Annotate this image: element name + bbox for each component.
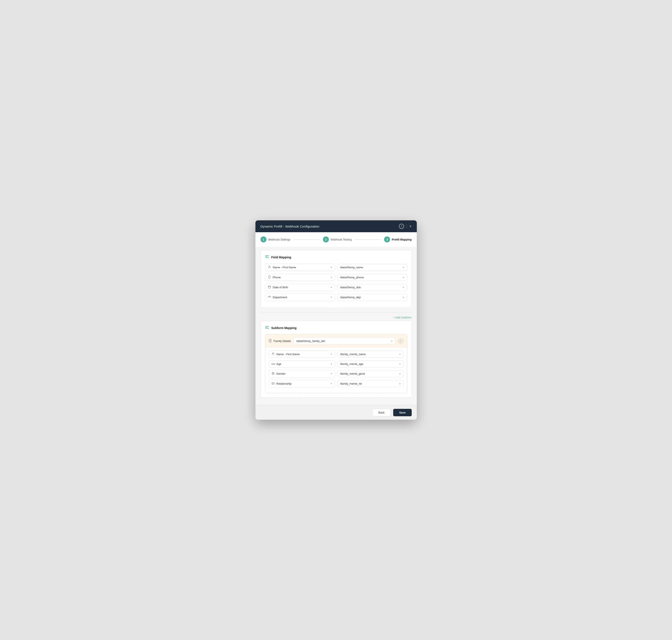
mapping-row-name: Name - First Name ▾ /data/0/emp_name × [265,264,407,271]
mapping-row-dob: Date of Birth ▾ /data/0/emp_dob × [265,283,407,291]
field-mapping-header: Field Mapping [265,254,407,260]
subform-field-label-relationship: Relationship [276,382,292,385]
subform-field-select-name[interactable]: Name - First Name ▾ [269,350,335,358]
close-button[interactable]: × [409,224,412,228]
field-value-dob[interactable]: /data/0/emp_dob × [338,284,407,291]
field-value-name[interactable]: /data/0/emp_name × [338,264,407,271]
subform-container: Family Details /data/0/emp_family_det × … [265,334,407,393]
field-select-phone[interactable]: Phone ▾ [265,274,335,281]
chevron-name: ▾ [331,266,332,269]
clear-dept[interactable]: × [403,296,404,299]
clear-name[interactable]: × [403,266,404,269]
field-select-dept[interactable]: Department ▾ [265,294,335,301]
step-1[interactable]: 1 Webhook Settings [260,236,290,243]
clear-subform-path[interactable]: × [391,340,392,343]
subform-title-row: Family Details /data/0/emp_family_det × … [265,335,407,348]
svg-point-9 [272,373,273,374]
field-label-name: Name - First Name [273,266,296,269]
subform-field-path-age: /family_memb_age [340,362,363,365]
field-select-dob[interactable]: Date of Birth ▾ [265,283,335,291]
clear-phone[interactable]: × [403,276,404,279]
subform-field-select-gender[interactable]: Gender ▾ [269,370,335,377]
phone-icon [268,276,271,279]
chevron-phone: ▾ [331,276,332,279]
dropdown-icon [271,382,275,386]
chevron-dept: ▾ [331,296,332,299]
svg-rect-3 [268,286,271,288]
subform-field-value-gender[interactable]: /family_memb_gend × [338,370,404,377]
field-path-name: /data/0/emp_name [340,266,363,269]
subform-chevron-age: ▾ [331,363,332,365]
subform-path-input[interactable]: /data/0/emp_family_det × [294,337,395,345]
field-path-phone: /data/0/emp_phone [340,276,364,279]
subform-field-value-age[interactable]: /family_memb_age × [338,361,404,367]
subform-header-row: + Add Subform [260,316,412,319]
subform-clear-name[interactable]: × [399,353,401,356]
subform-clear-gender[interactable]: × [399,372,401,375]
subform-chevron-relationship: ▾ [331,382,332,385]
subform-mapping-header: Subform Mapping [265,325,407,331]
modal-footer: Back Save [255,405,417,420]
field-value-dept[interactable]: /data/0/emp_dep × [338,294,407,301]
field-mapping-title: Field Mapping [271,256,291,259]
subform-field-select-relationship[interactable]: Relationship ▾ [269,380,335,388]
subform-field-value-relationship[interactable]: /family_memb_rel × [338,380,404,387]
step-2-circle: 2 [323,236,329,243]
step-2[interactable]: 2 Webhook Testing [323,236,352,243]
modal: Dynamic Prefill - Webhook Configuration … [255,220,417,420]
subform-field-label-gender: Gender [276,372,286,375]
help-icon[interactable]: ? [399,224,404,229]
subform-mapping-card: Subform Mapping Family Details /data/0/e… [260,321,412,397]
field-path-dept: /data/0/emp_dep [340,296,361,299]
subform-path-value: /data/0/emp_family_det [296,339,325,343]
field-mapping-icon [265,254,269,260]
field-path-dob: /data/0/emp_dob [340,286,361,289]
subform-mapping-icon [265,325,269,331]
subform-field-value-name[interactable]: /family_memb_name × [338,351,404,358]
info-icon[interactable]: ⓘ [398,338,404,344]
calendar-icon [268,286,271,289]
subform-mapping-title: Subform Mapping [271,326,297,330]
subform-clear-age[interactable]: × [399,363,401,365]
step-1-circle: 1 [260,236,267,243]
field-mapping-card: Field Mapping Name - First Name ▾ /data/… [260,250,412,308]
stepper: 1 Webhook Settings 2 Webhook Testing 3 P… [255,232,417,247]
number-icon: 123 [271,363,275,365]
svg-point-8 [272,372,274,375]
modal-title: Dynamic Prefill - Webhook Configuration [260,224,319,228]
field-label-phone: Phone [273,276,281,279]
field-select-name[interactable]: Name - First Name ▾ [265,264,335,271]
subform-person-icon [271,352,275,356]
back-button[interactable]: Back [372,409,391,416]
subform-field-path-gender: /family_memb_gend [340,372,365,375]
subform-field-select-age[interactable]: 123 Age ▾ [269,361,335,367]
field-label-dob: Date of Birth [273,286,288,289]
subform-field-path-relationship: /family_memb_rel [340,382,362,385]
subform-doc-icon [269,339,272,343]
step-1-label: Webhook Settings [268,238,290,241]
person-icon [268,265,271,269]
subform-row-relationship: Relationship ▾ /family_memb_rel × [269,380,404,388]
svg-point-7 [272,353,273,354]
header-actions: ? × [399,224,412,229]
field-value-phone[interactable]: /data/0/emp_phone × [338,274,407,281]
subform-name-label: Family Details [274,339,291,343]
step-3[interactable]: 3 Prefill Mapping [384,236,412,243]
save-button[interactable]: Save [393,409,412,416]
clear-dob[interactable]: × [403,286,404,289]
subform-fields: Name - First Name ▾ /family_memb_name × [265,348,407,393]
subform-row-name: Name - First Name ▾ /family_memb_name × [269,350,404,358]
subform-field-label-name: Name - First Name [276,353,300,356]
add-subform-button[interactable]: + Add Subform [393,316,412,319]
field-label-dept: Department [273,296,287,299]
mapping-row-dept: Department ▾ /data/0/emp_dep × [265,294,407,301]
subform-chevron-name: ▾ [331,353,332,355]
subform-field-label-age: Age [276,362,281,365]
section-divider [260,312,412,312]
mapping-row-phone: Phone ▾ /data/0/emp_phone × [265,274,407,281]
subform-clear-relationship[interactable]: × [399,382,401,385]
step-3-circle: 3 [384,236,390,243]
radio-icon [271,372,275,376]
step-3-label: Prefill Mapping [392,238,412,241]
header-divider [406,224,407,229]
